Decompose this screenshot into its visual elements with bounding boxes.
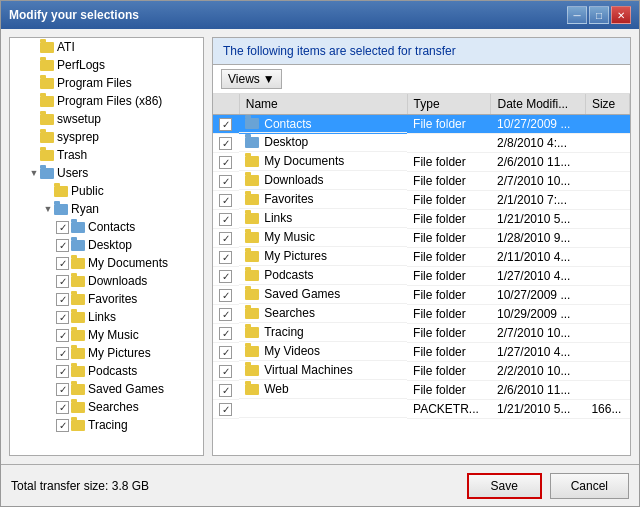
table-row[interactable]: Contacts File folder 10/27/2009 ...	[213, 115, 630, 134]
tree-item-tracing[interactable]: Tracing	[10, 416, 203, 434]
table-row[interactable]: Favorites File folder 2/1/2010 7:...	[213, 191, 630, 210]
tree-checkbox[interactable]	[56, 239, 69, 252]
save-button[interactable]: Save	[467, 473, 542, 499]
file-folder-icon	[245, 289, 259, 300]
col-check[interactable]	[213, 94, 239, 115]
tree-item-swsetup[interactable]: swsetup	[10, 110, 203, 128]
row-checkbox[interactable]	[219, 194, 232, 207]
tree-item-sysprep[interactable]: sysprep	[10, 128, 203, 146]
maximize-button[interactable]: □	[589, 6, 609, 24]
file-size	[585, 343, 629, 362]
row-checkbox[interactable]	[219, 137, 232, 150]
tree-item-trash[interactable]: Trash	[10, 146, 203, 164]
tree-item-mypictures[interactable]: My Pictures	[10, 344, 203, 362]
table-row[interactable]: My Videos File folder 1/27/2010 4...	[213, 343, 630, 362]
table-row[interactable]: Links File folder 1/21/2010 5...	[213, 210, 630, 229]
row-checkbox[interactable]	[219, 251, 232, 264]
row-checkbox[interactable]	[219, 346, 232, 359]
row-checkbox[interactable]	[219, 118, 232, 131]
tree-checkbox[interactable]	[56, 329, 69, 342]
row-checkbox[interactable]	[219, 327, 232, 340]
col-size[interactable]: Size	[585, 94, 629, 115]
file-name: Podcasts	[239, 267, 407, 285]
tree-checkbox[interactable]	[56, 401, 69, 414]
tree-item-mymusic[interactable]: My Music	[10, 326, 203, 344]
tree-checkbox[interactable]	[56, 365, 69, 378]
tree-checkbox[interactable]	[56, 383, 69, 396]
table-row[interactable]: Searches File folder 10/29/2009 ...	[213, 305, 630, 324]
row-checkbox[interactable]	[219, 175, 232, 188]
tree-item-programfilesx86[interactable]: Program Files (x86)	[10, 92, 203, 110]
table-row[interactable]: Virtual Machines File folder 2/2/2010 10…	[213, 362, 630, 381]
tree-item-searches[interactable]: Searches	[10, 398, 203, 416]
tree-item-public[interactable]: Public	[10, 182, 203, 200]
tree-checkbox[interactable]	[56, 419, 69, 432]
table-row[interactable]: My Pictures File folder 2/11/2010 4...	[213, 248, 630, 267]
tree-item-podcasts[interactable]: Podcasts	[10, 362, 203, 380]
table-row[interactable]: Downloads File folder 2/7/2010 10...	[213, 172, 630, 191]
col-type[interactable]: Type	[407, 94, 491, 115]
file-type: File folder	[407, 229, 491, 248]
tree-checkbox[interactable]	[56, 293, 69, 306]
tree-item-perflogs[interactable]: PerfLogs	[10, 56, 203, 74]
row-checkbox[interactable]	[219, 270, 232, 283]
table-row[interactable]: Podcasts File folder 1/27/2010 4...	[213, 267, 630, 286]
file-list[interactable]: Name Type Date Modifi... Size Contacts F…	[213, 94, 630, 455]
close-button[interactable]: ✕	[611, 6, 631, 24]
tree-item-mydocuments[interactable]: My Documents	[10, 254, 203, 272]
tree-item-savedgames[interactable]: Saved Games	[10, 380, 203, 398]
table-row[interactable]: My Music File folder 1/28/2010 9...	[213, 229, 630, 248]
tree-item-favorites[interactable]: Favorites	[10, 290, 203, 308]
tree-item-programfiles[interactable]: Program Files	[10, 74, 203, 92]
tree-item-users[interactable]: ▼ Users	[10, 164, 203, 182]
tree-checkbox[interactable]	[56, 311, 69, 324]
row-checkbox[interactable]	[219, 156, 232, 169]
file-size	[585, 267, 629, 286]
file-size	[585, 381, 629, 400]
row-checkbox[interactable]	[219, 232, 232, 245]
table-row[interactable]: Web File folder 2/6/2010 11...	[213, 381, 630, 400]
minimize-button[interactable]: ─	[567, 6, 587, 24]
file-type: File folder	[407, 115, 491, 134]
tree-item-links[interactable]: Links	[10, 308, 203, 326]
folder-icon	[71, 312, 85, 323]
views-button[interactable]: Views ▼	[221, 69, 282, 89]
title-bar: Modify your selections ─ □ ✕	[1, 1, 639, 29]
file-name: My Music	[239, 229, 407, 247]
row-checkbox[interactable]	[219, 308, 232, 321]
tree-item-ati[interactable]: ATI	[10, 38, 203, 56]
tree-item-desktop[interactable]: Desktop	[10, 236, 203, 254]
tree-label: Program Files (x86)	[57, 94, 162, 108]
tree-item-downloads[interactable]: Downloads	[10, 272, 203, 290]
tree-checkbox[interactable]	[56, 257, 69, 270]
table-row[interactable]: Tracing File folder 2/7/2010 10...	[213, 324, 630, 343]
table-row[interactable]: My Documents File folder 2/6/2010 11...	[213, 153, 630, 172]
row-checkbox[interactable]	[219, 365, 232, 378]
table-row[interactable]: PACKETR... 1/21/2010 5... 166...	[213, 400, 630, 419]
file-size	[585, 362, 629, 381]
file-date: 2/8/2010 4:...	[491, 134, 585, 153]
cancel-button[interactable]: Cancel	[550, 473, 629, 499]
file-type: File folder	[407, 191, 491, 210]
row-checkbox[interactable]	[219, 213, 232, 226]
file-folder-icon	[245, 308, 259, 319]
table-row[interactable]: Desktop 2/8/2010 4:...	[213, 134, 630, 153]
folder-icon	[54, 204, 68, 215]
row-checkbox[interactable]	[219, 289, 232, 302]
folder-icon	[71, 348, 85, 359]
table-row[interactable]: Saved Games File folder 10/27/2009 ...	[213, 286, 630, 305]
row-checkbox[interactable]	[219, 403, 232, 416]
row-checkbox[interactable]	[219, 384, 232, 397]
tree-checkbox[interactable]	[56, 275, 69, 288]
tree-item-ryan[interactable]: ▼ Ryan	[10, 200, 203, 218]
file-date: 10/27/2009 ...	[491, 286, 585, 305]
file-folder-icon	[245, 365, 259, 376]
tree-checkbox[interactable]	[56, 347, 69, 360]
tree-item-contacts[interactable]: Contacts	[10, 218, 203, 236]
folder-tree[interactable]: ATI PerfLogs Program Files Program Files…	[9, 37, 204, 456]
col-date[interactable]: Date Modifi...	[491, 94, 585, 115]
file-size	[585, 229, 629, 248]
tree-label: My Pictures	[88, 346, 151, 360]
col-name[interactable]: Name	[239, 94, 407, 115]
tree-checkbox[interactable]	[56, 221, 69, 234]
